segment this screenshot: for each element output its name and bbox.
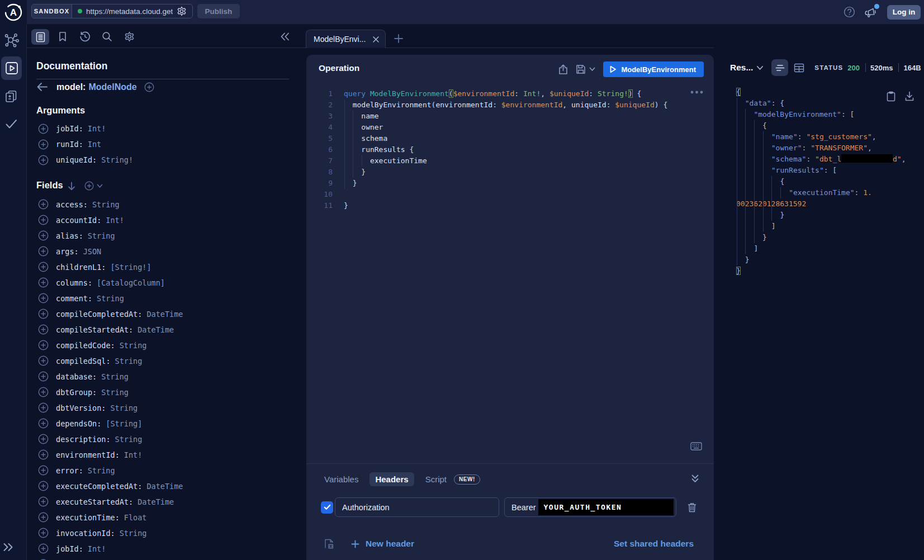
doc-item-type[interactable]: Int! bbox=[88, 544, 106, 553]
doc-item-type[interactable]: String! bbox=[101, 155, 133, 164]
doc-item-type[interactable]: String bbox=[92, 200, 120, 209]
doc-item-name[interactable]: dependsOn: bbox=[56, 419, 101, 428]
operation-options-icon[interactable] bbox=[690, 91, 703, 94]
doc-item-type[interactable]: [String!] bbox=[110, 263, 151, 272]
doc-item-name[interactable]: compiledCode: bbox=[56, 341, 115, 350]
doc-item-type[interactable]: Int bbox=[88, 140, 101, 149]
share-icon[interactable] bbox=[558, 64, 568, 75]
add-to-query-icon[interactable] bbox=[38, 199, 49, 210]
settings-icon[interactable] bbox=[124, 31, 135, 42]
doc-item-type[interactable]: String bbox=[120, 341, 147, 350]
add-to-query-icon[interactable] bbox=[38, 496, 49, 507]
add-to-query-icon[interactable] bbox=[38, 371, 49, 382]
formatted-view-button-selected[interactable] bbox=[771, 59, 788, 76]
new-tab-icon[interactable] bbox=[392, 32, 405, 45]
add-to-query-icon[interactable] bbox=[38, 277, 49, 288]
doc-item-type[interactable]: String bbox=[115, 357, 143, 366]
doc-item-type[interactable]: String bbox=[115, 435, 143, 444]
search-icon[interactable] bbox=[102, 31, 112, 42]
doc-item-name[interactable]: compileCompletedAt: bbox=[56, 310, 142, 319]
add-to-query-icon[interactable] bbox=[38, 434, 49, 444]
download-response-icon[interactable] bbox=[905, 91, 914, 102]
doc-item-type[interactable]: String bbox=[97, 294, 124, 303]
add-to-query-icon[interactable] bbox=[38, 262, 49, 272]
run-button[interactable]: ModelByEnvironment bbox=[603, 61, 704, 77]
doc-item-name[interactable]: uniqueId: bbox=[56, 155, 97, 164]
keyboard-shortcuts-icon[interactable] bbox=[690, 442, 702, 450]
header-enabled-checkbox[interactable] bbox=[321, 501, 333, 514]
add-to-query-icon[interactable] bbox=[38, 155, 49, 165]
doc-item-name[interactable]: comment: bbox=[56, 294, 92, 303]
header-value-input[interactable]: Bearer YOUR_AUTH_TOKEN bbox=[504, 497, 676, 517]
operation-collections-icon[interactable] bbox=[0, 89, 25, 103]
help-icon[interactable] bbox=[844, 6, 855, 18]
history-icon[interactable] bbox=[79, 31, 91, 42]
doc-item-name[interactable]: database: bbox=[56, 372, 97, 381]
checklist-icon[interactable] bbox=[0, 118, 25, 130]
add-to-query-icon[interactable] bbox=[38, 449, 49, 460]
doc-item-type[interactable]: String bbox=[110, 404, 138, 412]
doc-item-name[interactable]: executeStartedAt: bbox=[56, 497, 133, 506]
login-button[interactable]: Log in bbox=[887, 5, 921, 20]
doc-item-name[interactable]: accountId: bbox=[56, 216, 101, 225]
add-to-query-icon[interactable] bbox=[38, 215, 49, 225]
doc-item-type[interactable]: String bbox=[88, 231, 115, 240]
tab-script[interactable]: Script bbox=[420, 472, 449, 486]
doc-item-name[interactable]: runId: bbox=[56, 140, 83, 149]
doc-item-name[interactable]: jobId: bbox=[56, 544, 83, 553]
documentation-tab-selected[interactable] bbox=[31, 29, 49, 45]
add-to-query-icon[interactable] bbox=[38, 528, 49, 538]
doc-item-type[interactable]: Int! bbox=[124, 450, 143, 459]
doc-item-type[interactable]: DateTime bbox=[146, 310, 183, 319]
add-to-query-icon[interactable] bbox=[38, 355, 49, 366]
collapse-sidebar-icon[interactable] bbox=[279, 32, 290, 41]
doc-item-type[interactable]: String bbox=[88, 466, 115, 475]
endpoint-settings-icon[interactable] bbox=[177, 6, 187, 16]
doc-item-type[interactable]: DateTime bbox=[146, 482, 183, 491]
add-to-query-icon[interactable] bbox=[38, 293, 49, 303]
save-icon[interactable] bbox=[576, 64, 586, 74]
apollo-logo[interactable]: A bbox=[0, 0, 27, 24]
doc-item-name[interactable]: executeCompletedAt: bbox=[56, 482, 142, 491]
add-to-query-icon[interactable] bbox=[38, 387, 49, 397]
doc-item-name[interactable]: childrenL1: bbox=[56, 263, 106, 272]
doc-item-name[interactable]: access: bbox=[56, 200, 88, 209]
tab-modelbyenvironment[interactable]: ModelByEnvi... bbox=[306, 30, 386, 48]
doc-item-name[interactable]: compiledSql: bbox=[56, 357, 111, 366]
collapse-request-section-icon[interactable] bbox=[691, 474, 699, 483]
response-title[interactable]: Res... bbox=[730, 63, 753, 73]
graph-icon[interactable] bbox=[0, 33, 25, 48]
doc-item-type[interactable]: [String] bbox=[106, 419, 142, 428]
breadcrumb-type-link[interactable]: ModelNode bbox=[88, 82, 136, 92]
doc-item-name[interactable]: columns: bbox=[56, 278, 92, 287]
bookmark-icon[interactable] bbox=[58, 31, 67, 42]
delete-header-icon[interactable] bbox=[688, 502, 696, 512]
doc-item-name[interactable]: alias: bbox=[56, 231, 83, 240]
add-to-query-icon[interactable] bbox=[38, 124, 49, 134]
doc-item-type[interactable]: Int! bbox=[106, 216, 124, 225]
doc-item-name[interactable]: args: bbox=[56, 247, 79, 256]
sort-fields-icon[interactable] bbox=[68, 182, 75, 191]
doc-item-type[interactable]: DateTime bbox=[138, 325, 174, 334]
add-to-query-icon[interactable] bbox=[38, 465, 49, 476]
doc-item-name[interactable]: compileStartedAt: bbox=[56, 325, 133, 334]
table-view-icon[interactable] bbox=[794, 63, 804, 73]
doc-item-type[interactable]: String bbox=[101, 388, 129, 397]
add-to-query-icon[interactable] bbox=[38, 543, 49, 554]
publish-button[interactable]: Publish bbox=[197, 4, 240, 18]
expand-rail-icon[interactable] bbox=[0, 542, 22, 553]
new-header-button[interactable]: New header bbox=[351, 539, 414, 549]
back-arrow-icon[interactable] bbox=[36, 82, 56, 92]
doc-item-name[interactable]: dbtGroup: bbox=[56, 388, 97, 397]
add-to-query-icon[interactable] bbox=[38, 340, 49, 350]
save-dropdown-icon[interactable] bbox=[589, 67, 595, 72]
doc-item-type[interactable]: [CatalogColumn] bbox=[97, 278, 165, 287]
doc-item-name[interactable]: error: bbox=[56, 466, 83, 475]
rail-item-explorer-selected[interactable] bbox=[1, 56, 22, 80]
add-to-query-icon[interactable] bbox=[38, 481, 49, 491]
tab-headers[interactable]: Headers bbox=[369, 472, 414, 486]
add-to-query-icon[interactable] bbox=[38, 246, 49, 257]
tab-close-icon[interactable] bbox=[372, 36, 380, 43]
response-dropdown-icon[interactable] bbox=[756, 65, 764, 70]
doc-item-type[interactable]: Float bbox=[124, 513, 147, 522]
